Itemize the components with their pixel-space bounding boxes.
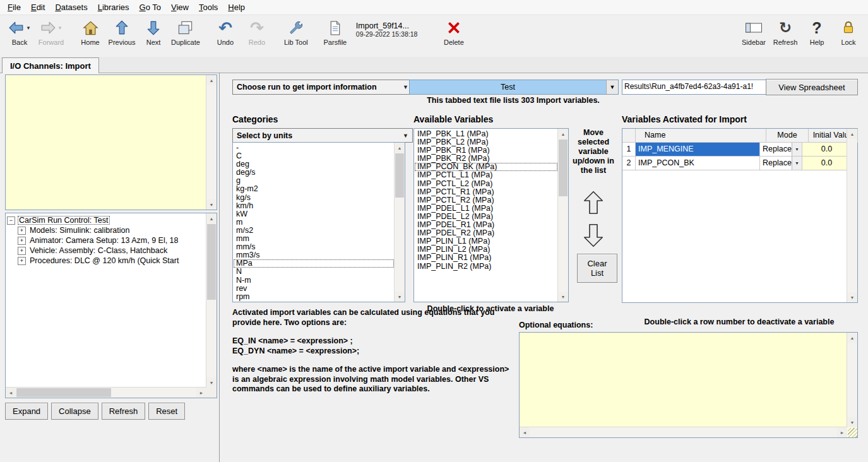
menu-edit[interactable]: Edit — [26, 1, 50, 14]
collapse-expander-icon[interactable]: − — [7, 216, 15, 225]
initial-value-cell[interactable]: 0.0 — [802, 143, 852, 157]
scrollbar-thumb[interactable] — [16, 388, 111, 397]
scroll-up-icon[interactable]: ▲ — [847, 333, 857, 343]
lib-tool-button[interactable]: Lib Tool — [280, 16, 312, 46]
menu-file[interactable]: File — [3, 1, 26, 14]
tree-horizontal-scrollbar[interactable]: ◄ ► — [6, 387, 206, 398]
notes-field[interactable]: ▲ ▼ — [5, 74, 217, 210]
home-button[interactable]: Home — [74, 16, 106, 46]
scroll-down-icon[interactable]: ▼ — [206, 377, 217, 388]
initial-value-cell[interactable]: 0.0 — [802, 157, 852, 170]
scroll-up-icon[interactable]: ▲ — [395, 143, 405, 153]
select-by-units-dropdown[interactable]: Select by units ▼ — [232, 128, 413, 143]
menu-datasets[interactable]: Datasets — [50, 1, 92, 14]
notes-vertical-scrollbar[interactable]: ▲ ▼ — [206, 75, 217, 210]
expand-expander-icon[interactable]: + — [18, 237, 26, 245]
view-spreadsheet-button[interactable]: View Spreadsheet — [766, 79, 858, 95]
available-variable-item[interactable]: IMP_PLIN_R1 (MPa) — [415, 254, 557, 262]
mode-cell[interactable]: Replace ▼ — [760, 157, 802, 170]
scroll-down-icon[interactable]: ▼ — [847, 292, 857, 302]
category-item[interactable]: - — [234, 144, 394, 152]
expand-expander-icon[interactable]: + — [18, 227, 26, 235]
scroll-up-icon[interactable]: ▲ — [558, 129, 568, 139]
parsfile-button[interactable]: Parsfile — [319, 16, 351, 46]
category-item[interactable]: kW — [234, 210, 394, 218]
resize-grip[interactable] — [848, 428, 857, 437]
results-path-field[interactable]: Results\Run_a4fb7ed4-62a3-4a91-a1! — [622, 80, 767, 95]
tree-item-animator[interactable]: + Animator: Camera Setup: 13 Azm, 9 El, … — [18, 235, 206, 246]
mode-dropdown-caret-icon[interactable]: ▼ — [792, 157, 802, 170]
category-item[interactable]: m/s2 — [234, 227, 394, 235]
menu-go-to[interactable]: Go To — [134, 1, 166, 14]
scrollbar-thumb[interactable] — [395, 153, 404, 198]
category-item[interactable]: deg — [234, 160, 394, 169]
category-item[interactable]: m — [234, 218, 394, 227]
mode-dropdown-caret-icon[interactable]: ▼ — [792, 143, 802, 156]
delete-button[interactable]: Delete — [438, 16, 470, 46]
activated-vertical-scrollbar[interactable]: ▲ ▼ — [847, 129, 857, 302]
expand-expander-icon[interactable]: + — [18, 247, 26, 255]
scroll-right-icon[interactable]: ► — [837, 427, 847, 437]
refresh-tree-button[interactable]: Refresh — [102, 403, 146, 420]
scrollbar-thumb[interactable] — [207, 224, 216, 300]
equations-horizontal-scrollbar[interactable]: ◄ ► — [520, 427, 847, 437]
expand-expander-icon[interactable]: + — [18, 257, 26, 265]
choose-run-dropdown[interactable]: Choose run to get import information ▼ — [232, 80, 413, 95]
available-variable-item[interactable]: IMP_PCTL_L2 (MPa) — [415, 180, 557, 188]
available-variable-item[interactable]: IMP_PCTL_R2 (MPa) — [415, 196, 557, 204]
tree-item-label[interactable]: Vehicle: Assembly: C-Class, Hatchback — [28, 246, 169, 255]
variable-name-cell[interactable]: IMP_MENGINE — [636, 143, 760, 157]
expand-button[interactable]: Expand — [5, 403, 48, 420]
move-down-button[interactable] — [582, 222, 605, 249]
run-combo[interactable]: Test ▼ — [409, 80, 619, 95]
menu-tools[interactable]: Tools — [194, 1, 223, 14]
collapse-button[interactable]: Collapse — [51, 403, 98, 420]
mode-cell[interactable]: Replace ▼ — [760, 143, 802, 157]
category-item[interactable]: mm3/s — [234, 251, 394, 259]
category-item[interactable]: kg/s — [234, 194, 394, 202]
scroll-right-icon[interactable]: ► — [196, 388, 206, 398]
sidebar-button[interactable]: Sidebar — [738, 16, 770, 46]
menu-view[interactable]: View — [166, 1, 194, 14]
categories-vertical-scrollbar[interactable]: ▲ ▼ — [394, 143, 405, 302]
available-variable-item[interactable]: IMP_PCTL_R1 (MPa) — [415, 188, 557, 196]
refresh-button[interactable]: ↻ Refresh — [770, 16, 801, 46]
lock-button[interactable]: Lock — [833, 16, 864, 46]
scroll-down-icon[interactable]: ▼ — [847, 417, 857, 427]
category-item[interactable]: C — [234, 152, 394, 160]
help-button[interactable]: ? Help — [801, 16, 833, 46]
tree-item-models[interactable]: + Models: Simulink: calibration — [18, 225, 206, 235]
next-button[interactable]: Next — [138, 16, 169, 46]
scrollbar-thumb[interactable] — [559, 139, 568, 196]
scroll-down-icon[interactable]: ▼ — [395, 292, 405, 302]
dropdown-caret-icon[interactable]: ▼ — [606, 80, 618, 94]
previous-button[interactable]: Previous — [106, 16, 138, 46]
available-vertical-scrollbar[interactable]: ▲ ▼ — [557, 129, 568, 302]
scroll-left-icon[interactable]: ◄ — [6, 388, 16, 398]
category-item-selected[interactable]: MPa — [234, 259, 394, 268]
category-item[interactable]: km/h — [234, 202, 394, 210]
category-item[interactable]: deg/s — [234, 169, 394, 177]
scroll-up-icon[interactable]: ▲ — [206, 213, 217, 223]
available-variable-item[interactable]: IMP_PCTL_L1 (MPa) — [415, 171, 557, 179]
scroll-left-icon[interactable]: ◄ — [520, 427, 530, 437]
tree-vertical-scrollbar[interactable]: ▲ ▼ — [206, 213, 217, 388]
reset-button[interactable]: Reset — [148, 403, 185, 420]
undo-button[interactable]: ↶ Undo — [210, 16, 241, 46]
equations-vertical-scrollbar[interactable]: ▲ ▼ — [847, 333, 857, 427]
category-item[interactable]: N-m — [234, 276, 394, 285]
tab-io-channels-import[interactable]: I/O Channels: Import — [2, 57, 99, 73]
tree-item-label[interactable]: Procedures: DLC @ 120 km/h (Quick Start — [28, 256, 180, 265]
menu-help[interactable]: Help — [223, 1, 250, 14]
row-number-cell[interactable]: 1 — [622, 143, 636, 157]
available-variable-item[interactable]: IMP_PLIN_R2 (MPa) — [415, 263, 557, 271]
tree-item-label[interactable]: Animator: Camera Setup: 13 Azm, 9 El, 18 — [28, 236, 180, 245]
row-number-cell[interactable]: 2 — [622, 157, 636, 170]
back-dropdown-caret-icon[interactable]: ▼ — [26, 25, 31, 31]
move-up-button[interactable] — [582, 189, 605, 216]
category-item[interactable]: rpm — [234, 293, 394, 301]
clear-list-button[interactable]: Clear List — [577, 254, 617, 283]
back-button[interactable]: ▼ Back — [4, 16, 35, 46]
menu-libraries[interactable]: Libraries — [93, 1, 134, 14]
tree-item-label[interactable]: Models: Simulink: calibration — [28, 226, 131, 235]
